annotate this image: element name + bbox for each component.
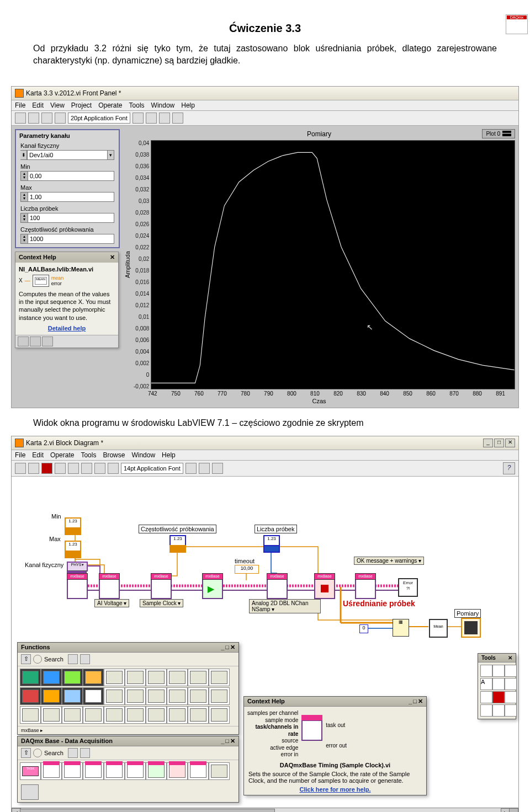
resize-grip-icon[interactable] <box>509 808 518 812</box>
palette-cell[interactable] <box>188 706 209 724</box>
palette-cell[interactable] <box>188 687 209 705</box>
vi-icon[interactable] <box>506 14 528 34</box>
tool-position[interactable] <box>505 665 517 677</box>
palette-cell[interactable] <box>41 687 62 705</box>
menu-operate[interactable]: Operate <box>50 451 74 459</box>
menu-window[interactable]: Window <box>131 451 155 459</box>
resize-button[interactable] <box>159 113 170 124</box>
palette-pin-button[interactable] <box>80 654 90 664</box>
tool-probe[interactable] <box>505 691 517 703</box>
ai-voltage-ring[interactable]: AI Voltage ▾ <box>94 599 129 607</box>
menu-operate[interactable]: Operate <box>98 101 122 109</box>
nsamp-terminal[interactable]: 1.23 <box>263 535 280 546</box>
menu-help[interactable]: Help <box>181 101 195 109</box>
menu-help[interactable]: Help <box>162 451 176 459</box>
palette-min-icon[interactable]: _ <box>221 738 224 745</box>
tool-text[interactable]: A <box>480 678 492 690</box>
ctx2-more-help-link[interactable]: Click here for more help. <box>248 786 422 793</box>
tool-operate[interactable] <box>492 665 505 677</box>
ctx-btn-3[interactable] <box>42 336 53 346</box>
palette-cell[interactable] <box>83 687 104 705</box>
palette-cell[interactable] <box>20 706 41 724</box>
palette-cell[interactable] <box>104 762 125 780</box>
distribute-button[interactable] <box>146 113 157 124</box>
palette-up-button[interactable]: ⇧ <box>21 654 31 664</box>
stop-task-node[interactable]: mxBase <box>314 578 335 599</box>
palette-view-button[interactable] <box>68 748 78 758</box>
max-value[interactable] <box>28 192 114 202</box>
maximize-button[interactable]: □ <box>494 439 504 447</box>
search-label[interactable]: Search <box>44 656 63 663</box>
palette-cell[interactable] <box>146 687 167 705</box>
menu-view[interactable]: View <box>50 101 65 109</box>
palette-cell[interactable] <box>125 669 146 686</box>
palette-cell[interactable] <box>209 706 230 724</box>
start-task-node[interactable]: mxBase▶ <box>202 578 223 599</box>
zero-constant[interactable]: 0 <box>359 624 368 633</box>
palette-cell[interactable] <box>167 669 188 686</box>
scroll-thumb[interactable] <box>20 809 275 812</box>
palette-cell[interactable] <box>125 706 146 724</box>
menu-edit[interactable]: Edit <box>32 101 44 109</box>
bd-font-selector[interactable]: 14pt Application Font <box>121 463 183 474</box>
palette-min-icon[interactable]: _ <box>409 698 412 705</box>
context-close-icon[interactable]: ✕ <box>110 254 115 261</box>
tool-color[interactable] <box>492 704 505 717</box>
palette-cell[interactable] <box>146 706 167 724</box>
step-out-button[interactable] <box>108 463 119 474</box>
plot-legend[interactable]: Plot 0 <box>482 129 515 138</box>
palette-cell[interactable] <box>20 687 41 705</box>
rate-value[interactable] <box>28 234 114 244</box>
detailed-help-link[interactable]: Detailed help <box>19 325 115 332</box>
menu-tools[interactable]: Tools <box>81 451 96 459</box>
menu-project[interactable]: Project <box>71 101 92 109</box>
palette-cell[interactable] <box>125 762 146 780</box>
palette-max-icon[interactable]: □ <box>225 644 229 651</box>
align-button[interactable] <box>186 463 197 474</box>
palette-cell[interactable] <box>209 669 230 686</box>
palette-cell[interactable] <box>62 706 83 724</box>
palette-cell[interactable] <box>83 669 104 686</box>
run-button[interactable] <box>15 463 26 474</box>
highlight-button[interactable] <box>68 463 79 474</box>
palette-max-icon[interactable]: □ <box>225 738 229 745</box>
run-cont-button[interactable] <box>28 113 39 124</box>
palette-cell[interactable] <box>104 669 125 686</box>
min-control[interactable]: ▴▾ <box>20 171 114 181</box>
palette-cell[interactable] <box>188 762 209 780</box>
tool-break[interactable] <box>492 691 505 703</box>
search-label[interactable]: Search <box>44 750 63 756</box>
palette-cell[interactable] <box>83 762 104 780</box>
palette-close-icon[interactable]: ✕ <box>418 698 423 705</box>
horizontal-scrollbar[interactable]: ◂ ▸ <box>12 808 518 812</box>
min-terminal[interactable]: 1.23 <box>65 517 81 528</box>
palette-min-icon[interactable]: _ <box>221 644 224 651</box>
font-selector[interactable]: 20pt Application Font <box>68 113 130 124</box>
run-cont-button[interactable] <box>28 463 39 474</box>
timing-node[interactable]: mxBase <box>151 578 172 599</box>
palette-cell[interactable] <box>167 687 188 705</box>
distribute-button[interactable] <box>199 463 210 474</box>
align-button[interactable] <box>132 113 144 124</box>
palette-cell[interactable] <box>62 669 83 686</box>
index-array-node[interactable]: ▦ <box>393 619 409 637</box>
palette-cell[interactable] <box>209 687 230 705</box>
channel-dropdown-icon[interactable]: ▾ <box>108 150 114 160</box>
abort-button[interactable] <box>41 113 52 124</box>
minimize-button[interactable]: _ <box>483 439 493 447</box>
reorder-button[interactable] <box>212 463 223 474</box>
palette-cell[interactable] <box>146 762 167 780</box>
palette-cell[interactable] <box>62 762 83 780</box>
tool-scroll[interactable] <box>480 691 492 703</box>
palette-cell[interactable] <box>20 669 41 686</box>
reorder-button[interactable] <box>172 113 183 124</box>
nsamp-value[interactable] <box>28 213 114 223</box>
step-over-button[interactable] <box>94 463 105 474</box>
menu-tools[interactable]: Tools <box>129 101 145 109</box>
nsamp-control[interactable]: ▴▾ <box>20 213 114 223</box>
palette-cell[interactable] <box>188 669 209 686</box>
pause-button[interactable] <box>55 113 66 124</box>
ctx-btn-2[interactable] <box>30 336 41 346</box>
chart-terminal[interactable] <box>461 618 481 638</box>
channel-ring[interactable]: ⬍ ▾ <box>20 150 114 160</box>
